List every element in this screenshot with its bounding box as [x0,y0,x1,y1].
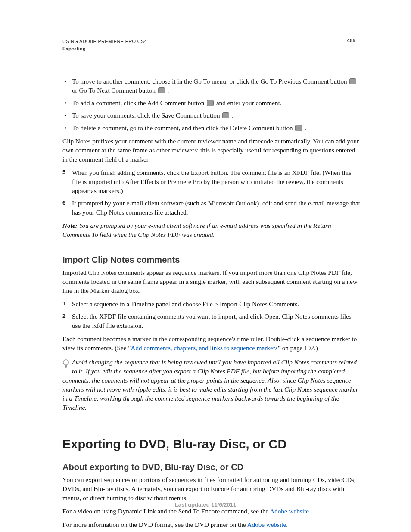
step-text: If prompted by your e-mail client softwa… [72,199,360,216]
step-number: 1 [62,300,65,308]
previous-comment-icon [349,78,356,84]
list-item: To delete a comment, go to the comment, … [62,124,360,133]
steps-5-6: 5 When you finish adding comments, click… [62,168,360,217]
import-intro: Imported Clip Notes comments appear as s… [62,268,360,296]
import-steps: 1 Select a sequence in a Timeline panel … [62,300,360,330]
lightbulb-icon [62,359,70,368]
bullet-text: and enter your comment. [216,99,282,106]
bullet-text: To move to another comment, choose it in… [72,78,349,85]
list-item: 1 Select a sequence in a Timeline panel … [62,300,360,309]
tip-block: Avoid changing the sequence that is bein… [62,358,360,412]
export-p2: For a video on using Dynamic Link and th… [62,507,360,516]
bullet-text: . [305,124,306,131]
import-after-paragraph: Each comment becomes a marker in the cor… [62,335,360,353]
step-number: 5 [62,168,65,176]
header-titles: USING ADOBE PREMIERE PRO CS4 Exporting [62,38,147,52]
note-text: You are prompted by your e-mail client s… [62,222,331,238]
bullet-text: . [232,112,234,119]
export-p3: For more information on the DVD format, … [62,520,360,529]
bullet-text: To save your comments, click the Save Co… [72,112,221,119]
bullet-text: To add a comment, click the Add Comment … [72,99,206,106]
note-paragraph: Note: You are prompted by your e-mail cl… [62,221,360,240]
step-number: 6 [62,199,65,207]
list-item: 2 Select the XFDF file containing commen… [62,312,360,330]
heading-exporting-dvd: Exporting to DVD, Blu-ray Disc, or CD [62,436,360,453]
link-adobe-website-2[interactable]: Adobe website [247,521,286,528]
list-item: To move to another comment, choose it in… [62,77,360,95]
page-header: USING ADOBE PREMIERE PRO CS4 Exporting 4… [62,38,360,61]
list-item: To save your comments, click the Save Co… [62,111,360,120]
link-adobe-website-1[interactable]: Adobe website [270,507,309,515]
svg-point-0 [63,360,68,365]
link-add-comments-chapters[interactable]: Add comments, chapters, and links to seq… [131,344,277,352]
add-comment-icon [207,100,214,106]
bullet-text: or Go To Next Comment button [72,87,157,94]
note-label: Note: [62,222,78,229]
export-p1: You can export sequences or portions of … [62,476,360,503]
step-text: Select the XFDF file containing comments… [72,313,352,329]
doc-section: Exporting [62,45,147,53]
text: For more information on the DVD format, … [62,521,247,528]
bullet-text: . [168,87,169,94]
page-footer: Last updated 11/6/2011 [0,501,411,508]
text: For a video on using Dynamic Link and th… [62,507,270,515]
save-comment-icon [222,112,229,118]
text: " on page 192.) [278,344,318,352]
heading-about-exporting: About exporting to DVD, Blu-ray Disc, or… [62,461,360,473]
step-text: When you finish adding comments, click t… [72,169,351,194]
list-item: To add a comment, click the Add Comment … [62,99,360,108]
page-content: To move to another comment, choose it in… [62,77,360,529]
page-number: 455 [347,38,355,43]
tip-text: Avoid changing the sequence that is bein… [62,358,358,411]
step-text: Select a sequence in a Timeline panel an… [72,300,299,308]
delete-comment-icon [295,125,302,131]
bullet-text: To delete a comment, go to the comment, … [72,124,294,131]
text: . [309,507,311,515]
heading-import-clip-notes: Import Clip Notes comments [62,254,360,266]
document-page: USING ADOBE PREMIERE PRO CS4 Exporting 4… [0,0,411,532]
next-comment-icon [158,87,165,93]
text: . [286,521,288,528]
paragraph-prefix-note: Clip Notes prefixes your comment with th… [62,137,360,164]
list-item: 5 When you finish adding comments, click… [62,168,360,196]
top-bullet-list: To move to another comment, choose it in… [62,77,360,133]
list-item: 6 If prompted by your e-mail client soft… [62,199,360,217]
step-number: 2 [62,312,65,320]
doc-title: USING ADOBE PREMIERE PRO CS4 [62,38,147,45]
